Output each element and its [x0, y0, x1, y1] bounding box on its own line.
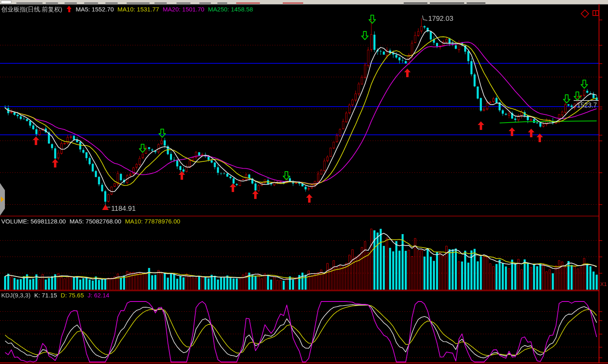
high-price-annotation: 1792.03 [428, 15, 453, 23]
restore-window-icon[interactable] [592, 10, 599, 16]
low-price-annotation: 1184.91 [111, 205, 136, 213]
ma5-value: MA5: 1552.70 [76, 6, 114, 13]
ma250-value: MA250: 1458.58 [208, 6, 253, 13]
volume-value: VOLUME: 56981128.00 [1, 218, 66, 225]
volume-ma10-value: MA10: 77878976.00 [125, 218, 180, 225]
last-price-label: 1523.7 [577, 102, 597, 109]
ma20-value: MA20: 1501.70 [163, 6, 204, 13]
volume-pane-header: VOLUME: 56981128.00MA5: 75082768.00MA10:… [1, 218, 184, 225]
kdj-d-value: D: 75.65 [61, 292, 84, 299]
symbol-title: 创业板指(日线.前复权) [1, 6, 62, 13]
kdj-k-value: K: 71.15 [34, 292, 57, 299]
kdj-j-value: J: 62.14 [87, 292, 109, 299]
kdj-title: KDJ(9,3,3) [1, 292, 31, 299]
volume-ma5-value: MA5: 75082768.00 [69, 218, 121, 225]
chart-canvas[interactable] [0, 0, 608, 364]
up-arrow-icon [67, 6, 72, 12]
pane-window-controls [582, 10, 602, 18]
diamond-icon[interactable] [581, 9, 589, 18]
ma10-value: MA10: 1531.77 [118, 6, 159, 13]
expand-arrow-icon [1, 197, 4, 202]
stock-chart-app: 创业板指(日线.前复权)MA5: 1552.70MA10: 1531.77MA2… [0, 0, 608, 364]
price-pane-header: 创业板指(日线.前复权)MA5: 1552.70MA10: 1531.77MA2… [1, 5, 257, 13]
volume-scale-label: X1 [600, 281, 607, 287]
kdj-pane-header: KDJ(9,3,3)K: 71.15D: 75.65J: 62.14 [1, 292, 113, 299]
